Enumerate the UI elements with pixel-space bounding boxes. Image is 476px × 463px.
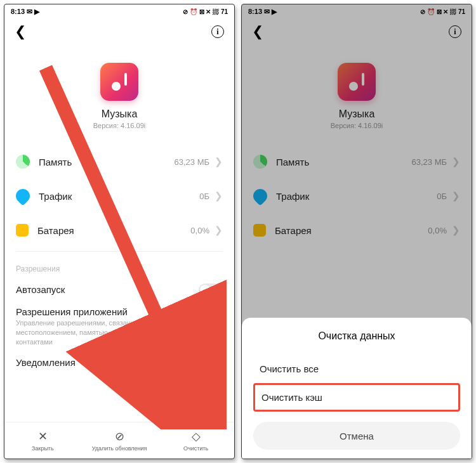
- battery-value: 0,0%: [190, 226, 209, 235]
- chevron-right-icon: ❯: [215, 225, 223, 236]
- back-button[interactable]: ❮: [15, 23, 26, 40]
- info-button[interactable]: i: [449, 25, 461, 38]
- app-topbar: ❮ i: [4, 18, 234, 45]
- row-traffic[interactable]: Трафик 0Б ❯: [253, 179, 460, 213]
- sheet-title: Очистка данных: [253, 330, 460, 342]
- row-autostart[interactable]: Автозапуск: [4, 278, 234, 301]
- row-traffic[interactable]: Трафик 0Б ❯: [16, 179, 223, 213]
- close-icon: ✕: [38, 429, 48, 443]
- chevron-right-icon: ❯: [215, 156, 223, 167]
- chevron-right-icon: ❯: [452, 190, 460, 202]
- app-name: Музыка: [102, 108, 138, 120]
- app-version: Версия: 4.16.09i: [93, 122, 145, 129]
- app-header: Музыка Версия: 4.16.09i: [4, 45, 234, 145]
- bottom-action-bar: ✕ Закрыть ⊘ Удалить обновления ◇ Очистит…: [4, 422, 234, 459]
- memory-label: Память: [39, 157, 174, 167]
- battery-value: 0,0%: [428, 226, 447, 235]
- chevron-right-icon: ❯: [452, 225, 460, 236]
- memory-icon: [16, 155, 30, 169]
- chevron-right-icon: ❯: [452, 156, 460, 167]
- status-bar: 8:13 ✉ ▶ ⊘ ⏰ ⊠ ✕ ⛆ 71: [4, 4, 234, 18]
- app-name: Музыка: [339, 108, 375, 120]
- battery-icon: [253, 224, 266, 237]
- close-button[interactable]: ✕ Закрыть: [4, 422, 81, 459]
- traffic-value: 0Б: [437, 192, 447, 201]
- chevron-right-icon: ❯: [215, 357, 223, 368]
- status-bar: 8:13 ✉ ▶ ⊘ ⏰ ⊠ ✕ ⛆ 71: [242, 4, 472, 18]
- traffic-icon: [250, 186, 270, 205]
- traffic-icon: [13, 186, 32, 205]
- clear-button[interactable]: ◇ Очистить: [157, 422, 234, 459]
- row-app-permissions[interactable]: Разрешения приложений Управление разреше…: [4, 301, 234, 352]
- notifications-value: Да: [199, 358, 209, 368]
- row-battery[interactable]: Батарея 0,0% ❯: [253, 213, 460, 247]
- memory-label: Память: [276, 157, 411, 167]
- app-version: Версия: 4.16.09i: [331, 122, 383, 129]
- traffic-label: Трафик: [39, 191, 199, 202]
- chevron-right-icon: ❯: [215, 190, 223, 202]
- app-permissions-label: Разрешения приложений: [16, 306, 215, 317]
- prohibit-icon: ⊘: [115, 429, 124, 443]
- battery-label: Батарея: [275, 225, 428, 236]
- music-app-icon: [338, 63, 376, 101]
- info-button[interactable]: i: [211, 25, 224, 38]
- autostart-label: Автозапуск: [16, 284, 199, 295]
- chevron-right-icon: ❯: [215, 321, 223, 332]
- battery-icon: [16, 224, 29, 237]
- memory-value: 63,23 МБ: [411, 157, 447, 167]
- row-memory[interactable]: Память 63,23 МБ ❯: [253, 145, 460, 179]
- autostart-toggle[interactable]: [199, 284, 223, 296]
- phone-screen-right: 8:13 ✉ ▶ ⊘ ⏰ ⊠ ✕ ⛆ 71 ❮ i Музыка Версия:…: [241, 4, 472, 459]
- clear-cache-option[interactable]: Очистить кэш: [253, 383, 460, 412]
- notifications-label: Уведомления: [16, 357, 199, 368]
- divider: [16, 251, 223, 252]
- phone-screen-left: 8:13 ✉ ▶ ⊘ ⏰ ⊠ ✕ ⛆ 71 ❮ i Музыка Версия:…: [4, 4, 235, 459]
- traffic-value: 0Б: [199, 192, 209, 201]
- app-topbar: ❮ i: [242, 18, 472, 45]
- row-memory[interactable]: Память 63,23 МБ ❯: [16, 145, 223, 179]
- eraser-icon: ◇: [192, 429, 201, 443]
- permissions-section-label: Разрешения: [4, 256, 234, 278]
- uninstall-updates-button[interactable]: ⊘ Удалить обновления: [81, 422, 158, 459]
- app-permissions-desc: Управление разрешениями, связанными с ме…: [16, 318, 215, 347]
- clear-data-sheet: Очистка данных Очистить все Очистить кэш…: [242, 318, 472, 459]
- back-button[interactable]: ❮: [252, 23, 263, 40]
- row-notifications[interactable]: Уведомления Да ❯: [4, 352, 234, 374]
- row-battery[interactable]: Батарея 0,0% ❯: [16, 213, 223, 247]
- traffic-label: Трафик: [276, 191, 437, 202]
- memory-icon: [253, 155, 267, 169]
- memory-value: 63,23 МБ: [174, 157, 209, 167]
- cancel-button[interactable]: Отмена: [253, 422, 460, 450]
- app-header: Музыка Версия: 4.16.09i: [242, 45, 472, 145]
- music-app-icon: [100, 63, 138, 101]
- clear-all-option[interactable]: Очистить все: [253, 355, 460, 383]
- battery-label: Батарея: [37, 225, 190, 236]
